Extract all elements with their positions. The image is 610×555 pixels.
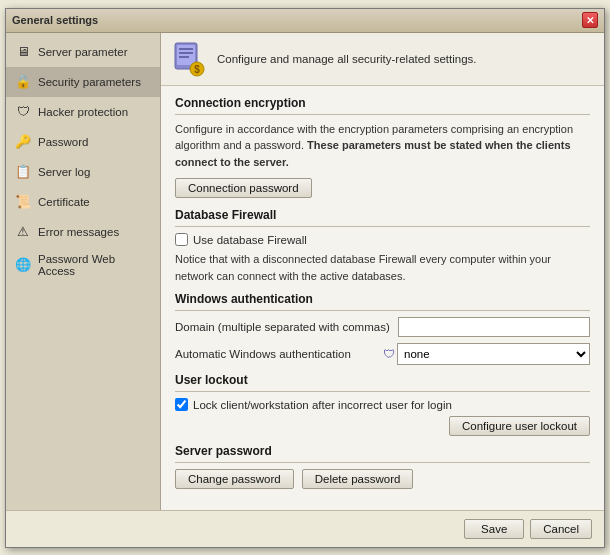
divider-4: [175, 391, 590, 392]
domain-label: Domain (multiple separated with commas): [175, 321, 390, 333]
change-password-button[interactable]: Change password: [175, 469, 294, 489]
content-area: Connection encryption Configure in accor…: [161, 86, 604, 510]
sidebar-item-security-parameters[interactable]: 🔒 Security parameters: [6, 67, 160, 97]
divider-2: [175, 226, 590, 227]
divider-1: [175, 114, 590, 115]
connection-password-button[interactable]: Connection password: [175, 178, 312, 198]
connection-encryption-description: Configure in accordance with the encrypt…: [175, 121, 590, 171]
section-connection-encryption-title: Connection encryption: [175, 96, 590, 110]
user-lockout-checkbox-row: Lock client/workstation after incorrect …: [175, 398, 590, 411]
section-server-password-title: Server password: [175, 444, 590, 458]
delete-password-button[interactable]: Delete password: [302, 469, 414, 489]
svg-rect-4: [179, 56, 189, 58]
database-firewall-checkbox-row: Use database Firewall: [175, 233, 590, 246]
title-bar: General settings ✕: [6, 9, 604, 33]
auto-auth-row: Automatic Windows authentication 🛡 noneb…: [175, 343, 590, 365]
svg-rect-3: [179, 52, 193, 54]
section-database-firewall-title: Database Firewall: [175, 208, 590, 222]
server-password-buttons: Change password Delete password: [175, 469, 590, 489]
svg-text:$: $: [194, 64, 200, 75]
database-firewall-notice: Notice that with a disconnected database…: [175, 251, 590, 284]
sidebar: 🖥 Server parameter 🔒 Security parameters…: [6, 33, 161, 510]
save-button[interactable]: Save: [464, 519, 524, 539]
main-window: General settings ✕ 🖥 Server parameter 🔒 …: [5, 8, 605, 548]
sidebar-label-server-log: Server log: [38, 166, 90, 178]
svg-rect-2: [179, 48, 193, 50]
close-button[interactable]: ✕: [582, 12, 598, 28]
sidebar-item-password-web-access[interactable]: 🌐 Password Web Access: [6, 247, 160, 283]
cancel-button[interactable]: Cancel: [530, 519, 592, 539]
main-content: $ Configure and manage all security-rela…: [161, 33, 604, 510]
sidebar-label-server-parameter: Server parameter: [38, 46, 127, 58]
sidebar-icon-certificate: 📜: [14, 193, 32, 211]
database-firewall-label[interactable]: Use database Firewall: [193, 234, 307, 246]
sidebar-item-hacker-protection[interactable]: 🛡 Hacker protection: [6, 97, 160, 127]
sidebar-icon-hacker-protection: 🛡: [14, 103, 32, 121]
auto-auth-label: Automatic Windows authentication: [175, 348, 375, 360]
sidebar-item-server-parameter[interactable]: 🖥 Server parameter: [6, 37, 160, 67]
sidebar-icon-server-parameter: 🖥: [14, 43, 32, 61]
shield-small-icon: 🛡: [383, 347, 395, 361]
security-header-icon: $: [171, 41, 207, 77]
header-description: Configure and manage all security-relate…: [217, 53, 477, 65]
sidebar-icon-security-parameters: 🔒: [14, 73, 32, 91]
window-title: General settings: [12, 14, 98, 26]
sidebar-label-certificate: Certificate: [38, 196, 90, 208]
user-lockout-checkbox[interactable]: [175, 398, 188, 411]
section-user-lockout-title: User lockout: [175, 373, 590, 387]
divider-5: [175, 462, 590, 463]
configure-lockout-row: Configure user lockout: [175, 416, 590, 436]
sidebar-icon-error-messages: ⚠: [14, 223, 32, 241]
sidebar-label-password: Password: [38, 136, 89, 148]
domain-row: Domain (multiple separated with commas): [175, 317, 590, 337]
sidebar-label-error-messages: Error messages: [38, 226, 119, 238]
sidebar-item-password[interactable]: 🔑 Password: [6, 127, 160, 157]
domain-input[interactable]: [398, 317, 590, 337]
sidebar-icon-password-web-access: 🌐: [14, 256, 32, 274]
sidebar-label-security-parameters: Security parameters: [38, 76, 141, 88]
sidebar-icon-server-log: 📋: [14, 163, 32, 181]
sidebar-icon-password: 🔑: [14, 133, 32, 151]
sidebar-item-server-log[interactable]: 📋 Server log: [6, 157, 160, 187]
sidebar-label-password-web-access: Password Web Access: [38, 253, 152, 277]
sidebar-item-error-messages[interactable]: ⚠ Error messages: [6, 217, 160, 247]
user-lockout-label[interactable]: Lock client/workstation after incorrect …: [193, 399, 452, 411]
divider-3: [175, 310, 590, 311]
sidebar-item-certificate[interactable]: 📜 Certificate: [6, 187, 160, 217]
section-windows-auth-title: Windows authentication: [175, 292, 590, 306]
database-firewall-checkbox[interactable]: [175, 233, 188, 246]
sidebar-label-hacker-protection: Hacker protection: [38, 106, 128, 118]
header-banner: $ Configure and manage all security-rela…: [161, 33, 604, 86]
auto-auth-select[interactable]: nonebasicntlmkerberos: [397, 343, 590, 365]
footer: Save Cancel: [6, 510, 604, 547]
configure-user-lockout-button[interactable]: Configure user lockout: [449, 416, 590, 436]
